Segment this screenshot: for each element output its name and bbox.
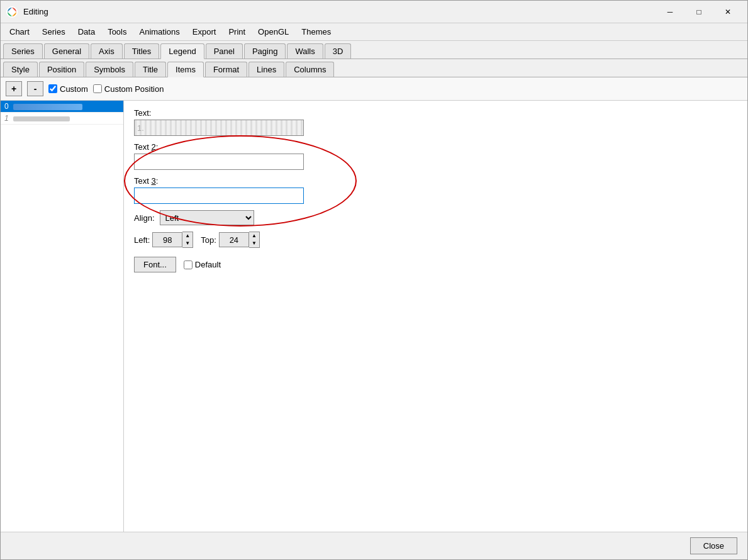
list-item-0-bar [13,104,82,110]
close-button[interactable]: Close [690,537,737,554]
title-bar: Editing ─ □ ✕ [1,1,747,23]
left-spinner-buttons: ▲ ▼ [182,232,193,248]
window-title: Editing [23,7,656,16]
tab-format[interactable]: Format [205,62,247,77]
form-panel: Text: Text 2: Text 3: Align: L [124,101,747,532]
text2-label: Text 2: [134,142,737,152]
menu-opengl[interactable]: OpenGL [252,25,295,39]
tab-items[interactable]: Items [167,62,204,77]
tab-row-1: Series General Axis Titles Legend Panel … [1,41,747,59]
custom-position-label: Custom Position [104,84,164,94]
menu-bar: Chart Series Data Tools Animations Expor… [1,23,747,41]
text-field-group: Text: [134,108,737,136]
minimize-button[interactable]: ─ [656,3,684,21]
custom-checkbox-label[interactable]: Custom [48,84,88,94]
tab-series[interactable]: Series [3,43,43,59]
text-input[interactable] [134,120,304,136]
text3-input[interactable] [134,188,304,204]
default-checkbox[interactable] [184,260,193,269]
close-window-button[interactable]: ✕ [713,3,742,21]
custom-position-checkbox-label[interactable]: Custom Position [93,84,164,94]
left-increment-button[interactable]: ▲ [182,232,193,240]
tab-3d[interactable]: 3D [325,43,352,59]
list-item-0[interactable]: 0 [1,101,123,113]
align-row: Align: Left Center Right [134,210,737,225]
menu-print[interactable]: Print [222,25,252,39]
tab-general[interactable]: General [44,43,89,59]
position-row: Left: 98 ▲ ▼ Top: 24 [134,232,737,248]
font-row: Font... Default [134,257,737,272]
align-select[interactable]: Left Center Right [160,210,254,225]
list-item-1-index: 1 [4,114,9,123]
menu-themes[interactable]: Themes [295,25,337,39]
tab-axis[interactable]: Axis [91,43,123,59]
svg-point-1 [10,10,14,14]
top-input[interactable]: 24 [219,232,249,247]
tab-paging[interactable]: Paging [244,43,286,59]
left-spinner: 98 ▲ ▼ [152,232,193,248]
tab-symbols[interactable]: Symbols [86,62,133,77]
list-item-1[interactable]: 1 [1,113,123,125]
top-spinner-buttons: ▲ ▼ [249,232,260,248]
left-label: Left: [134,235,150,245]
toolbar-row: + - Custom Custom Position [1,77,747,101]
top-field: Top: 24 ▲ ▼ [201,232,260,248]
tab-walls[interactable]: Walls [287,43,323,59]
text2-field-group: Text 2: [134,142,737,170]
top-label: Top: [201,235,216,245]
tab-columns[interactable]: Columns [286,62,334,77]
align-label: Align: [134,213,155,223]
main-body: 0 1 Text: Text 2: [1,101,747,532]
tab-legend[interactable]: Legend [160,43,204,59]
add-item-button[interactable]: + [6,81,22,96]
tab-style[interactable]: Style [3,62,38,77]
remove-item-button[interactable]: - [27,81,43,96]
text-label: Text: [134,108,737,118]
menu-series[interactable]: Series [36,25,72,39]
tab-panel[interactable]: Panel [206,43,243,59]
top-decrement-button[interactable]: ▼ [249,240,259,247]
menu-tools[interactable]: Tools [101,25,133,39]
default-label: Default [195,260,221,269]
app-icon [6,6,18,18]
text3-field-group: Text 3: [134,176,737,204]
content-area: + - Custom Custom Position 0 1 [1,77,747,532]
top-spinner: 24 ▲ ▼ [219,232,260,248]
text3-label: Text 3: [134,176,737,186]
tab-position[interactable]: Position [39,62,84,77]
menu-data[interactable]: Data [72,25,101,39]
custom-label: Custom [60,84,88,94]
menu-chart[interactable]: Chart [3,25,36,39]
list-item-1-bar [13,116,70,121]
left-input[interactable]: 98 [152,232,182,247]
custom-position-checkbox[interactable] [93,84,102,93]
menu-export[interactable]: Export [186,25,223,39]
tab-lines[interactable]: Lines [248,62,284,77]
bottom-bar: Close [1,532,747,559]
custom-checkbox[interactable] [48,84,57,93]
tab-title[interactable]: Title [135,62,166,77]
text2-input[interactable] [134,154,304,170]
window-controls: ─ □ ✕ [656,3,742,21]
menu-animations[interactable]: Animations [133,25,186,39]
tab-row-2: Style Position Symbols Title Items Forma… [1,59,747,77]
left-decrement-button[interactable]: ▼ [182,240,193,247]
main-window: Editing ─ □ ✕ Chart Series Data Tools An… [0,0,748,560]
list-panel: 0 1 [1,101,124,532]
font-button[interactable]: Font... [134,257,176,272]
maximize-button[interactable]: □ [684,3,713,21]
top-increment-button[interactable]: ▲ [249,232,259,240]
default-checkbox-label[interactable]: Default [184,260,221,269]
list-item-0-index: 0 [4,102,9,111]
tab-titles[interactable]: Titles [124,43,160,59]
left-field: Left: 98 ▲ ▼ [134,232,193,248]
